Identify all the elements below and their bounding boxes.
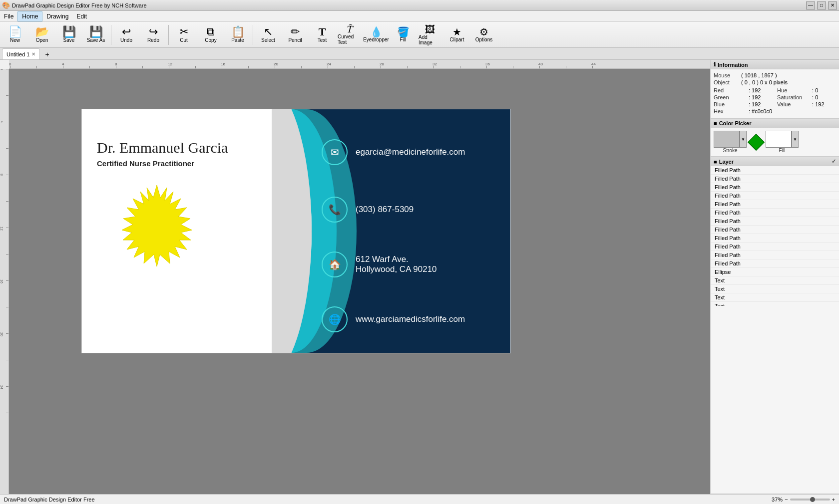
val-value: : 192 (812, 101, 824, 107)
layer-list[interactable]: Filled PathFilled PathFilled PathFilled … (711, 166, 839, 306)
fill-swatch[interactable] (766, 131, 792, 148)
toolbar: New Open Save Save As Undo Redo Cut Copy… (0, 22, 839, 48)
canvas-area[interactable]: Dr. Emmanuel Garcia Certified Nurse Prac… (9, 69, 710, 494)
contact-website-row: 🌐 www.garciamedicsforlife.com (322, 306, 465, 332)
color-picker-content: ▼ Stroke ▼ Fill (711, 128, 839, 156)
canvas-wrapper: 048121620242832364044 04812162024 Dr. Em… (0, 60, 710, 494)
new-icon (8, 26, 22, 37)
toolbar-new[interactable]: New (2, 23, 28, 47)
tab-untitled1[interactable]: Untitled 1 ✕ (2, 48, 40, 59)
layer-title-group: ■ Layer (714, 159, 734, 165)
hue-label: Hue (777, 87, 812, 93)
color-picker-icon: ■ (714, 120, 717, 126)
toolbar-pencil[interactable]: ✏ Pencil (282, 23, 308, 47)
save-label: Save (63, 37, 75, 43)
toolbar-fill[interactable]: 🪣 Fill (390, 23, 416, 47)
layer-check-icon: ✓ (832, 158, 836, 165)
zoom-plus[interactable]: + (832, 497, 835, 503)
copy-icon (207, 26, 215, 37)
minimize-button[interactable]: — (806, 1, 815, 9)
layer-item[interactable]: Text (711, 293, 839, 302)
layer-item[interactable]: Filled Path (711, 217, 839, 226)
maximize-button[interactable]: □ (817, 1, 826, 9)
layer-item[interactable]: Text (711, 285, 839, 293)
layer-item[interactable]: Filled Path (711, 226, 839, 234)
hue-value: : 0 (812, 87, 818, 93)
layer-item[interactable]: Filled Path (711, 192, 839, 200)
layer-item[interactable]: Text (711, 302, 839, 306)
toolbar-save[interactable]: Save (56, 23, 82, 47)
save-icon (62, 26, 76, 37)
layer-item[interactable]: Filled Path (711, 251, 839, 259)
toolbar-paste[interactable]: Paste (225, 23, 251, 47)
address-line2: Hollywood, CA 90210 (356, 264, 437, 274)
website-icon-circle: 🌐 (322, 306, 348, 332)
title-bar: 🎨 DrawPad Graphic Design Editor Free by … (0, 0, 839, 11)
layer-item[interactable]: Filled Path (711, 166, 839, 175)
menu-drawing[interactable]: Drawing (42, 12, 72, 21)
zoom-minus[interactable]: − (785, 497, 788, 503)
toolbar-options[interactable]: ⚙ Options (471, 23, 497, 47)
layer-item[interactable]: Ellipse (711, 268, 839, 276)
toolbar-clipart[interactable]: ★ Clipart (444, 23, 470, 47)
card-name: Dr. Emmanuel Garcia (97, 139, 257, 156)
layer-icon: ■ (714, 159, 717, 165)
title-bar-controls: — □ ✕ (806, 1, 837, 9)
stroke-swatch[interactable] (714, 131, 740, 148)
layer-item[interactable]: Filled Path (711, 200, 839, 209)
main-area: 048121620242832364044 04812162024 Dr. Em… (0, 60, 839, 494)
toolbar-curved-text[interactable]: T̃ Curved Text (336, 23, 362, 47)
menu-home[interactable]: Home (17, 11, 42, 21)
options-icon: ⚙ (479, 27, 488, 37)
menu-bar: File Home Drawing Edit (0, 11, 839, 22)
layer-item[interactable]: Text (711, 276, 839, 285)
info-icon: ℹ (714, 61, 716, 68)
toolbar-cut[interactable]: Cut (171, 23, 197, 47)
toolbar-sep1 (111, 25, 111, 45)
color-diamond-container (749, 136, 764, 148)
toolbar-eyedropper[interactable]: 💧 Eyedropper (363, 23, 389, 47)
layer-item[interactable]: Filled Path (711, 183, 839, 192)
menu-edit[interactable]: Edit (72, 12, 91, 21)
mouse-value: ( 1018 , 1867 ) (741, 72, 777, 78)
toolbar-saveas[interactable]: Save As (83, 23, 109, 47)
menu-file[interactable]: File (0, 12, 17, 21)
paste-icon (231, 26, 245, 37)
zoom-slider[interactable] (790, 499, 830, 501)
email-icon: ✉ (331, 146, 339, 158)
tab-close-button[interactable]: ✕ (31, 51, 35, 57)
red-value: : 192 (749, 87, 761, 93)
color-picker-section: ■ Color Picker ▼ Stroke ▼ (711, 119, 839, 157)
layer-item[interactable]: Filled Path (711, 259, 839, 268)
toolbar-redo[interactable]: Redo (140, 23, 166, 47)
layer-item[interactable]: Filled Path (711, 243, 839, 251)
toolbar-select[interactable]: ↖ Select (255, 23, 281, 47)
add-image-label: Add Image (419, 34, 441, 45)
object-value: ( 0 , 0 ) 0 x 0 pixels (741, 79, 788, 85)
layer-section: ■ Layer ✓ Filled PathFilled PathFilled P… (711, 157, 839, 494)
toolbar-undo[interactable]: Undo (113, 23, 139, 47)
toolbar-copy[interactable]: Copy (198, 23, 224, 47)
layer-item[interactable]: Filled Path (711, 209, 839, 217)
toolbar-open[interactable]: Open (29, 23, 55, 47)
toolbar-text[interactable]: T Text (309, 23, 335, 47)
pencil-label: Pencil (288, 37, 302, 43)
close-button[interactable]: ✕ (828, 1, 837, 9)
title-bar-left: 🎨 DrawPad Graphic Design Editor Free by … (2, 1, 147, 9)
layer-item[interactable]: Filled Path (711, 175, 839, 183)
info-section: ℹ Information Mouse ( 1018 , 1867 ) Obje… (711, 60, 839, 119)
info-header: ℹ Information (711, 60, 839, 69)
fill-group: ▼ Fill (766, 131, 799, 153)
curved-text-icon: T̃ (346, 25, 352, 34)
toolbar-add-image[interactable]: 🖼 Add Image (417, 23, 443, 47)
fill-arrow[interactable]: ▼ (792, 131, 799, 148)
tab-add-button[interactable]: + (42, 49, 52, 59)
new-label: New (10, 37, 20, 43)
stroke-arrow[interactable]: ▼ (740, 131, 747, 148)
undo-label: Undo (120, 37, 132, 43)
card-left: Dr. Emmanuel Garcia Certified Nurse Prac… (82, 109, 272, 353)
swap-colors-diamond[interactable] (748, 134, 765, 151)
app-name-status: DrawPad Graphic Design Editor Free (4, 497, 95, 503)
star-svg (107, 183, 207, 282)
layer-item[interactable]: Filled Path (711, 234, 839, 243)
